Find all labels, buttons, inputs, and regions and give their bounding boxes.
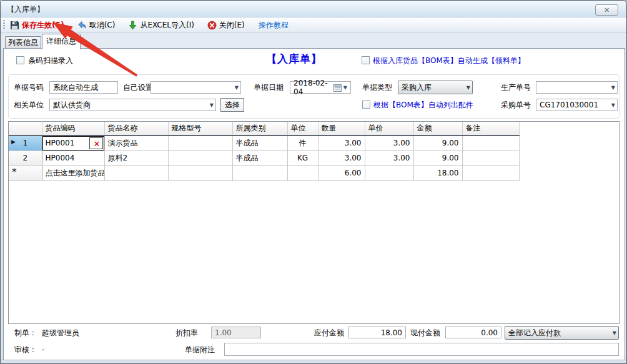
cell-name-value: 演示货品 — [108, 139, 138, 147]
related-unit-label: 相关单位 — [14, 99, 44, 111]
tutorial-link[interactable]: 操作教程 — [259, 20, 289, 31]
window-title: 【入库单】 — [7, 4, 44, 15]
cell-code[interactable]: HP0001 ✕ — [42, 135, 104, 150]
production-no-combobox[interactable]: ▼ — [536, 81, 618, 94]
cell-name[interactable]: 演示货品 — [104, 135, 168, 150]
cell-name[interactable] — [104, 165, 168, 180]
doc-type-value: 采购入库 — [402, 82, 432, 93]
doc-type-combobox[interactable]: 采购入库 ▼ — [398, 81, 473, 94]
table-row: 2 HP0004 原料2 半成品 KG 3.00 3.00 9.00 — [9, 150, 519, 165]
cell-qty[interactable]: 3.00 — [318, 150, 365, 165]
new-item-row: * 点击这里添加货品 6.00 18.00 — [9, 165, 519, 180]
cell-amount[interactable]: 9.00 — [413, 135, 462, 150]
cell-price[interactable]: 3.00 — [365, 150, 413, 165]
amount-total-value: 18.00 — [437, 169, 458, 177]
row-header-1[interactable]: ▶ 1 — [9, 135, 42, 150]
cell-spec[interactable] — [168, 165, 232, 180]
save-button[interactable]: 保存生效(S) — [8, 19, 66, 32]
tab-list-info[interactable]: 列表信息 — [5, 36, 41, 49]
grid-header-row: 货品编码 货品名称 规格型号 所属类别 单位 数量 单价 金额 备注 — [9, 122, 519, 135]
col-header-code[interactable]: 货品编码 — [42, 122, 104, 135]
cell-price[interactable]: 3.00 — [365, 135, 413, 150]
new-row-header[interactable]: * — [9, 165, 42, 180]
floppy-save-icon — [10, 21, 19, 30]
col-header-qty[interactable]: 数量 — [318, 122, 365, 135]
cell-note[interactable] — [462, 165, 519, 180]
row-number: 1 — [22, 139, 27, 147]
date-label: 单据日期 — [254, 81, 284, 94]
cell-unit[interactable] — [287, 165, 318, 180]
close-form-button[interactable]: 关闭(E) — [205, 19, 247, 32]
add-item-cell[interactable]: 点击这里添加货品 — [42, 165, 104, 180]
cell-price-value: 3.00 — [393, 139, 410, 147]
cell-note[interactable] — [462, 135, 519, 150]
purchase-no-combobox[interactable]: CG1701030001 ▼ — [536, 99, 618, 111]
date-caret-icon: ▼ — [342, 85, 347, 91]
doc-note-input[interactable] — [224, 343, 619, 356]
paid-input[interactable]: 0.00 — [445, 327, 501, 338]
tab-detail-info[interactable]: 详细信息 — [42, 34, 81, 49]
cell-qty[interactable]: 3.00 — [318, 135, 365, 150]
related-unit-combobox[interactable]: 默认供货商 ▼ — [49, 99, 216, 111]
new-row-asterisk-icon: * — [12, 167, 17, 178]
items-grid: 货品编码 货品名称 规格型号 所属类别 单位 数量 单价 金额 备注 ▶ 1 H… — [8, 121, 620, 324]
cell-unit[interactable]: 件 — [287, 135, 318, 150]
col-header-category[interactable]: 所属类别 — [232, 122, 287, 135]
payable-input[interactable]: 18.00 — [348, 327, 406, 338]
import-excel-button[interactable]: 从EXCEL导入(I) — [126, 19, 195, 32]
date-picker[interactable]: 2018-02-04 ▼ — [290, 81, 351, 94]
import-excel-label: 从EXCEL导入(I) — [140, 20, 194, 31]
delete-row-button[interactable]: ✕ — [89, 137, 103, 149]
qty-total-value: 6.00 — [345, 169, 362, 177]
cell-code-value: HP0001 — [46, 139, 75, 147]
doc-type-label: 单据类型 — [362, 81, 392, 94]
col-header-amount[interactable]: 金额 — [413, 122, 462, 135]
discount-value: 1.00 — [215, 328, 232, 337]
cell-unit[interactable]: KG — [287, 150, 318, 165]
toolbar-gripper-icon — [3, 20, 5, 30]
cell-category[interactable] — [232, 165, 287, 180]
bom-list-parts-checkbox[interactable] — [362, 101, 370, 109]
add-item-hint: 点击这里添加货品 — [46, 169, 105, 177]
cell-price[interactable] — [365, 165, 413, 180]
maker-value: 超级管理员 — [42, 327, 79, 339]
purchase-no-value: CG1701030001 — [540, 101, 598, 109]
dropdown-caret-icon: ▼ — [610, 330, 616, 336]
cell-amount[interactable]: 9.00 — [413, 150, 462, 165]
excel-import-arrow-icon — [128, 21, 137, 30]
cancel-button[interactable]: 取消(C) — [76, 19, 117, 32]
amount-total-cell: 18.00 — [413, 165, 462, 180]
purchase-no-label: 采购单号 — [501, 99, 531, 111]
payable-label: 应付金额 — [314, 327, 344, 339]
cell-code[interactable]: HP0004 — [42, 150, 104, 165]
payment-option-combobox[interactable]: 全部记入应付款 ▼ — [505, 326, 619, 340]
auditor-label: 审核： — [14, 343, 37, 356]
doc-no-label: 单据号码 — [14, 81, 44, 94]
delete-x-icon: ✕ — [94, 139, 101, 149]
discount-input[interactable]: 1.00 — [211, 327, 261, 338]
bom-auto-generate-label: 根据入库货品【BOM表】自动生成【领料单】 — [373, 54, 525, 67]
cell-category[interactable]: 半成品 — [232, 135, 287, 150]
self-set-combobox[interactable]: ▼ — [151, 81, 241, 94]
bom-auto-generate-checkbox[interactable] — [362, 56, 370, 64]
bom-list-parts-label: 根据【BOM表】自动列出配件 — [373, 99, 473, 111]
dropdown-caret-icon: ▼ — [609, 102, 615, 108]
cell-name-value: 原料2 — [108, 154, 128, 162]
cell-spec[interactable] — [168, 150, 232, 165]
cell-category[interactable]: 半成品 — [232, 150, 287, 165]
col-header-note[interactable]: 备注 — [462, 122, 519, 135]
col-header-unit[interactable]: 单位 — [287, 122, 318, 135]
col-header-price[interactable]: 单价 — [365, 122, 413, 135]
row-header-2[interactable]: 2 — [9, 150, 42, 165]
table-row: ▶ 1 HP0001 ✕ 演示货品 半成品 件 3.00 3.00 9.00 — [9, 135, 519, 150]
choose-supplier-button[interactable]: 选择 — [220, 98, 244, 112]
cell-note[interactable] — [462, 150, 519, 165]
cell-name[interactable]: 原料2 — [104, 150, 168, 165]
window-close-button[interactable]: ✕ — [595, 4, 618, 16]
doc-note-label: 单据附注 — [185, 343, 215, 356]
doc-no-input[interactable]: 系统自动生成 — [49, 81, 118, 94]
col-header-spec[interactable]: 规格型号 — [168, 122, 232, 135]
barcode-scan-checkbox[interactable] — [16, 56, 24, 64]
cell-spec[interactable] — [168, 135, 232, 150]
col-header-name[interactable]: 货品名称 — [104, 122, 168, 135]
